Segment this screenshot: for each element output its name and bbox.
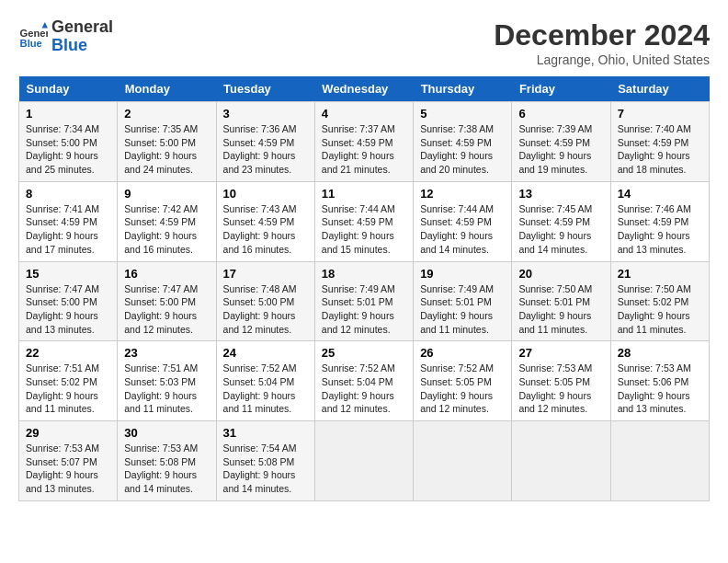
- calendar-cell: 4 Sunrise: 7:37 AM Sunset: 4:59 PM Dayli…: [314, 102, 413, 182]
- day-info: Sunrise: 7:45 AM Sunset: 4:59 PM Dayligh…: [518, 203, 592, 255]
- calendar-cell: 18 Sunrise: 7:49 AM Sunset: 5:01 PM Dayl…: [314, 261, 413, 341]
- calendar-cell: 17 Sunrise: 7:48 AM Sunset: 5:00 PM Dayl…: [216, 261, 314, 341]
- day-info: Sunrise: 7:53 AM Sunset: 5:05 PM Dayligh…: [518, 362, 592, 414]
- day-info: Sunrise: 7:53 AM Sunset: 5:08 PM Dayligh…: [124, 442, 198, 494]
- column-header-monday: Monday: [118, 76, 216, 102]
- day-number: 12: [420, 187, 505, 201]
- day-info: Sunrise: 7:47 AM Sunset: 5:00 PM Dayligh…: [26, 283, 99, 335]
- day-info: Sunrise: 7:41 AM Sunset: 4:59 PM Dayligh…: [26, 203, 99, 255]
- calendar-week-1: 1 Sunrise: 7:34 AM Sunset: 5:00 PM Dayli…: [19, 102, 710, 182]
- day-info: Sunrise: 7:37 AM Sunset: 4:59 PM Dayligh…: [322, 123, 395, 175]
- calendar-cell: 6 Sunrise: 7:39 AM Sunset: 4:59 PM Dayli…: [512, 102, 610, 182]
- calendar-cell: [610, 421, 709, 501]
- calendar-cell: 8 Sunrise: 7:41 AM Sunset: 4:59 PM Dayli…: [19, 181, 118, 261]
- day-info: Sunrise: 7:44 AM Sunset: 4:59 PM Dayligh…: [420, 203, 494, 255]
- calendar-week-2: 8 Sunrise: 7:41 AM Sunset: 4:59 PM Dayli…: [19, 181, 710, 261]
- calendar-week-3: 15 Sunrise: 7:47 AM Sunset: 5:00 PM Dayl…: [19, 261, 710, 341]
- title-area: December 2024 Lagrange, Ohio, United Sta…: [494, 18, 710, 67]
- calendar-cell: [314, 421, 413, 501]
- calendar-week-4: 22 Sunrise: 7:51 AM Sunset: 5:02 PM Dayl…: [19, 341, 710, 421]
- day-number: 28: [618, 346, 702, 360]
- calendar-cell: 20 Sunrise: 7:50 AM Sunset: 5:01 PM Dayl…: [512, 261, 610, 341]
- day-number: 5: [420, 107, 505, 121]
- calendar-cell: 3 Sunrise: 7:36 AM Sunset: 4:59 PM Dayli…: [216, 102, 314, 182]
- calendar-cell: 12 Sunrise: 7:44 AM Sunset: 4:59 PM Dayl…: [414, 181, 512, 261]
- calendar-cell: 16 Sunrise: 7:47 AM Sunset: 5:00 PM Dayl…: [118, 261, 216, 341]
- day-number: 4: [322, 107, 406, 121]
- day-info: Sunrise: 7:40 AM Sunset: 4:59 PM Dayligh…: [618, 123, 691, 175]
- calendar-cell: 21 Sunrise: 7:50 AM Sunset: 5:02 PM Dayl…: [610, 261, 709, 341]
- day-number: 13: [518, 187, 603, 201]
- calendar-cell: [512, 421, 610, 501]
- calendar-header-row: SundayMondayTuesdayWednesdayThursdayFrid…: [19, 76, 710, 102]
- calendar-cell: 10 Sunrise: 7:43 AM Sunset: 4:59 PM Dayl…: [216, 181, 314, 261]
- day-number: 22: [26, 346, 110, 360]
- day-number: 10: [223, 187, 308, 201]
- calendar-cell: 27 Sunrise: 7:53 AM Sunset: 5:05 PM Dayl…: [512, 341, 610, 421]
- calendar-cell: 9 Sunrise: 7:42 AM Sunset: 4:59 PM Dayli…: [118, 181, 216, 261]
- calendar-cell: 24 Sunrise: 7:52 AM Sunset: 5:04 PM Dayl…: [216, 341, 314, 421]
- day-number: 30: [124, 426, 209, 440]
- calendar-cell: 19 Sunrise: 7:49 AM Sunset: 5:01 PM Dayl…: [414, 261, 512, 341]
- day-info: Sunrise: 7:34 AM Sunset: 5:00 PM Dayligh…: [26, 123, 99, 175]
- day-number: 2: [124, 107, 209, 121]
- calendar-body: 1 Sunrise: 7:34 AM Sunset: 5:00 PM Dayli…: [19, 102, 710, 501]
- svg-marker-2: [42, 22, 48, 28]
- column-header-wednesday: Wednesday: [314, 76, 413, 102]
- calendar-cell: 2 Sunrise: 7:35 AM Sunset: 5:00 PM Dayli…: [118, 102, 216, 182]
- day-number: 8: [26, 187, 110, 201]
- day-info: Sunrise: 7:52 AM Sunset: 5:04 PM Dayligh…: [322, 362, 395, 414]
- day-info: Sunrise: 7:39 AM Sunset: 4:59 PM Dayligh…: [518, 123, 592, 175]
- calendar-cell: 30 Sunrise: 7:53 AM Sunset: 5:08 PM Dayl…: [118, 421, 216, 501]
- calendar-cell: 15 Sunrise: 7:47 AM Sunset: 5:00 PM Dayl…: [19, 261, 118, 341]
- calendar-cell: 14 Sunrise: 7:46 AM Sunset: 4:59 PM Dayl…: [610, 181, 709, 261]
- calendar-cell: 7 Sunrise: 7:40 AM Sunset: 4:59 PM Dayli…: [610, 102, 709, 182]
- logo-icon: General Blue: [18, 22, 48, 52]
- calendar-cell: [414, 421, 512, 501]
- svg-text:Blue: Blue: [20, 38, 42, 49]
- calendar-cell: 1 Sunrise: 7:34 AM Sunset: 5:00 PM Dayli…: [19, 102, 118, 182]
- column-header-thursday: Thursday: [414, 76, 512, 102]
- calendar-cell: 28 Sunrise: 7:53 AM Sunset: 5:06 PM Dayl…: [610, 341, 709, 421]
- calendar-cell: 31 Sunrise: 7:54 AM Sunset: 5:08 PM Dayl…: [216, 421, 314, 501]
- calendar-cell: 11 Sunrise: 7:44 AM Sunset: 4:59 PM Dayl…: [314, 181, 413, 261]
- day-info: Sunrise: 7:35 AM Sunset: 5:00 PM Dayligh…: [124, 123, 198, 175]
- day-number: 24: [223, 346, 308, 360]
- day-info: Sunrise: 7:51 AM Sunset: 5:03 PM Dayligh…: [124, 362, 198, 414]
- day-number: 29: [26, 426, 110, 440]
- day-info: Sunrise: 7:44 AM Sunset: 4:59 PM Dayligh…: [322, 203, 395, 255]
- day-number: 3: [223, 107, 308, 121]
- column-header-sunday: Sunday: [19, 76, 118, 102]
- day-number: 23: [124, 346, 209, 360]
- header: General Blue General Blue December 2024 …: [18, 18, 710, 67]
- page-title: December 2024: [494, 18, 710, 52]
- calendar-cell: 29 Sunrise: 7:53 AM Sunset: 5:07 PM Dayl…: [19, 421, 118, 501]
- day-info: Sunrise: 7:53 AM Sunset: 5:06 PM Dayligh…: [618, 362, 691, 414]
- day-info: Sunrise: 7:42 AM Sunset: 4:59 PM Dayligh…: [124, 203, 198, 255]
- page-subtitle: Lagrange, Ohio, United States: [494, 52, 710, 67]
- day-number: 19: [420, 267, 505, 281]
- day-number: 31: [223, 426, 308, 440]
- calendar-cell: 26 Sunrise: 7:52 AM Sunset: 5:05 PM Dayl…: [414, 341, 512, 421]
- day-info: Sunrise: 7:47 AM Sunset: 5:00 PM Dayligh…: [124, 283, 198, 335]
- day-number: 27: [518, 346, 603, 360]
- calendar-week-5: 29 Sunrise: 7:53 AM Sunset: 5:07 PM Dayl…: [19, 421, 710, 501]
- day-number: 20: [518, 267, 603, 281]
- day-number: 6: [518, 107, 603, 121]
- day-number: 16: [124, 267, 209, 281]
- day-info: Sunrise: 7:36 AM Sunset: 4:59 PM Dayligh…: [223, 123, 297, 175]
- day-number: 25: [322, 346, 406, 360]
- column-header-friday: Friday: [512, 76, 610, 102]
- day-number: 9: [124, 187, 209, 201]
- calendar-cell: 25 Sunrise: 7:52 AM Sunset: 5:04 PM Dayl…: [314, 341, 413, 421]
- day-number: 15: [26, 267, 110, 281]
- calendar-cell: 23 Sunrise: 7:51 AM Sunset: 5:03 PM Dayl…: [118, 341, 216, 421]
- svg-text:General: General: [20, 28, 48, 39]
- calendar-table: SundayMondayTuesdayWednesdayThursdayFrid…: [18, 76, 710, 501]
- day-info: Sunrise: 7:54 AM Sunset: 5:08 PM Dayligh…: [223, 442, 297, 494]
- day-number: 26: [420, 346, 505, 360]
- day-info: Sunrise: 7:50 AM Sunset: 5:02 PM Dayligh…: [618, 283, 691, 335]
- day-number: 7: [618, 107, 702, 121]
- day-info: Sunrise: 7:49 AM Sunset: 5:01 PM Dayligh…: [322, 283, 395, 335]
- day-info: Sunrise: 7:49 AM Sunset: 5:01 PM Dayligh…: [420, 283, 494, 335]
